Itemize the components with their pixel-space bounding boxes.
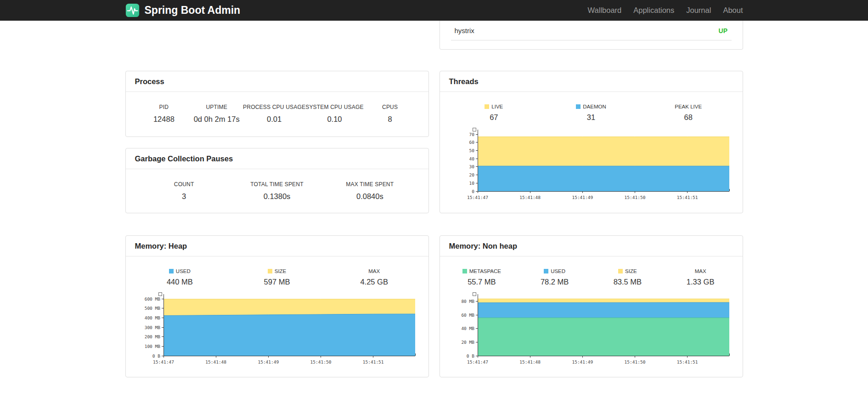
nonheap-panel-title: Memory: Non heap <box>440 236 743 256</box>
process-panel: Process PID 12488 UPTIME 0d 0h 2m 17s PR… <box>125 71 429 137</box>
svg-text:15:41:48: 15:41:48 <box>519 195 541 200</box>
svg-text:500 MB: 500 MB <box>144 306 160 311</box>
legend-label-text: DAEMON <box>583 104 606 109</box>
svg-text:0: 0 <box>472 189 474 194</box>
metric-gc-count: COUNT 3 <box>138 181 231 201</box>
process-panel-title: Process <box>126 71 428 92</box>
memory-heap-panel: Memory: Heap USED 440 MB SIZE 597 MB MAX… <box>125 235 429 377</box>
heap-legend: USED 440 MB SIZE 597 MB MAX 4.25 GB <box>126 256 428 289</box>
legend-label-text: USED <box>176 268 191 274</box>
legend-item-max: MAX 4.25 GB <box>326 268 423 286</box>
legend-value: 78.2 MB <box>518 278 591 286</box>
threads-chart: 01020304050607015:41:4715:41:4815:41:491… <box>440 125 743 207</box>
navbar-menu: Wallboard Applications Journal About <box>582 6 743 15</box>
legend-item-daemon: DAEMON 31 <box>542 104 640 122</box>
application-row[interactable]: hystrix UP <box>451 21 732 40</box>
legend-value: 67 <box>445 113 543 122</box>
legend-value: 31 <box>542 113 640 122</box>
threads-legend: LIVE 67 DAEMON 31 PEAK LIVE 68 <box>440 92 743 125</box>
svg-text:50: 50 <box>469 148 474 153</box>
legend-value: 4.25 GB <box>326 278 423 286</box>
nav-item-about[interactable]: About <box>717 6 743 15</box>
svg-text:0 B: 0 B <box>466 353 474 359</box>
legend-label-text: USED <box>551 268 565 274</box>
legend-label-text: PEAK LIVE <box>675 104 702 109</box>
svg-text:600 MB: 600 MB <box>144 296 160 302</box>
metric-process-cpu-usage: PROCESS CPU USAGE 0.01 <box>243 104 305 124</box>
svg-text:15:41:49: 15:41:49 <box>258 359 279 364</box>
svg-text:0 B: 0 B <box>152 353 160 359</box>
used-swatch-icon <box>169 269 174 273</box>
metaspace-swatch-icon <box>462 269 467 273</box>
heap-area-chart: 0 B100 MB200 MB300 MB400 MB500 MB600 MB1… <box>133 291 418 371</box>
svg-text:20 MB: 20 MB <box>461 340 474 345</box>
legend-label-text: SIZE <box>275 268 287 274</box>
svg-text:200 MB: 200 MB <box>144 334 160 339</box>
application-name: hystrix <box>455 27 474 34</box>
svg-text:70: 70 <box>469 132 474 137</box>
process-metrics: PID 12488 UPTIME 0d 0h 2m 17s PROCESS CP… <box>126 92 428 124</box>
legend-item-live: LIVE 67 <box>445 104 543 122</box>
memory-nonheap-panel: Memory: Non heap METASPACE 55.7 MB USED … <box>440 235 743 377</box>
legend-value: 83.5 MB <box>591 278 664 286</box>
svg-text:100 MB: 100 MB <box>144 344 160 349</box>
left-column: Process PID 12488 UPTIME 0d 0h 2m 17s PR… <box>125 21 429 377</box>
nav-item-wallboard[interactable]: Wallboard <box>582 6 628 15</box>
legend-label-text: METASPACE <box>469 268 501 274</box>
metric-cpus: CPUS 8 <box>364 104 417 124</box>
legend-value: 55.7 MB <box>445 278 519 286</box>
legend-value: 440 MB <box>131 278 229 286</box>
nav-item-applications[interactable]: Applications <box>627 6 680 15</box>
heap-panel-title: Memory: Heap <box>126 236 428 256</box>
right-column: hystrix UP Threads LIVE 67 DAEMON 31 PEA… <box>440 21 743 377</box>
svg-text:15:41:47: 15:41:47 <box>467 195 488 200</box>
legend-label-text: MAX <box>368 268 380 274</box>
nonheap-legend: METASPACE 55.7 MB USED 78.2 MB SIZE 83.5… <box>440 256 743 289</box>
threads-panel: Threads LIVE 67 DAEMON 31 PEAK LIVE 68 0… <box>440 71 743 213</box>
legend-item-metaspace: METASPACE 55.7 MB <box>445 268 519 286</box>
gc-pauses-panel: Garbage Collection Pauses COUNT 3 TOTAL … <box>125 148 429 213</box>
metric-uptime: UPTIME 0d 0h 2m 17s <box>190 104 243 124</box>
legend-label-text: SIZE <box>625 268 637 274</box>
daemon-swatch-icon <box>576 104 581 109</box>
svg-text:15:41:51: 15:41:51 <box>362 359 383 364</box>
svg-text:10: 10 <box>469 181 474 186</box>
legend-label-text: MAX <box>695 268 706 274</box>
svg-text:15:41:51: 15:41:51 <box>676 195 698 200</box>
svg-text:60: 60 <box>469 140 474 145</box>
spring-boot-admin-logo-icon <box>125 3 140 17</box>
legend-label-text: LIVE <box>491 104 503 109</box>
legend-item-size: SIZE 83.5 MB <box>591 268 664 286</box>
application-status-panel: hystrix UP <box>440 21 743 50</box>
svg-text:60 MB: 60 MB <box>461 313 474 318</box>
used-swatch-icon <box>544 269 548 273</box>
nav-item-journal[interactable]: Journal <box>680 6 717 15</box>
svg-text:15:41:49: 15:41:49 <box>572 359 593 364</box>
threads-area-chart: 01020304050607015:41:4715:41:4815:41:491… <box>447 126 732 207</box>
svg-text:80 MB: 80 MB <box>461 299 474 304</box>
status-badge: UP <box>718 27 727 34</box>
metric-gc-total-time: TOTAL TIME SPENT 0.1380s <box>231 181 323 201</box>
live-swatch-icon <box>485 104 489 109</box>
svg-text:40 MB: 40 MB <box>461 326 474 331</box>
size-swatch-icon <box>618 269 623 273</box>
svg-text:15:41:50: 15:41:50 <box>310 359 331 364</box>
gc-metrics: COUNT 3 TOTAL TIME SPENT 0.1380s MAX TIM… <box>126 169 428 201</box>
svg-text:300 MB: 300 MB <box>144 325 160 330</box>
brand[interactable]: Spring Boot Admin <box>125 3 241 17</box>
svg-text:15:41:48: 15:41:48 <box>205 359 226 364</box>
svg-text:400 MB: 400 MB <box>144 315 160 320</box>
heap-chart: 0 B100 MB200 MB300 MB400 MB500 MB600 MB1… <box>126 289 428 371</box>
legend-value: 597 MB <box>228 278 326 286</box>
metric-system-cpu-usage: SYSTEM CPU USAGE 0.10 <box>305 104 364 124</box>
nonheap-chart: 0 B20 MB40 MB60 MB80 MB15:41:4715:41:481… <box>440 289 743 371</box>
legend-item-size: SIZE 597 MB <box>228 268 326 286</box>
legend-item-max: MAX 1.33 GB <box>664 268 737 286</box>
size-swatch-icon <box>268 269 272 273</box>
top-navbar: Spring Boot Admin Wallboard Applications… <box>0 0 868 21</box>
legend-item-peak-live: PEAK LIVE 68 <box>640 104 737 122</box>
svg-text:20: 20 <box>469 172 474 177</box>
svg-text:15:41:50: 15:41:50 <box>624 195 645 200</box>
legend-value: 68 <box>640 113 737 122</box>
legend-item-used: USED 78.2 MB <box>518 268 591 286</box>
